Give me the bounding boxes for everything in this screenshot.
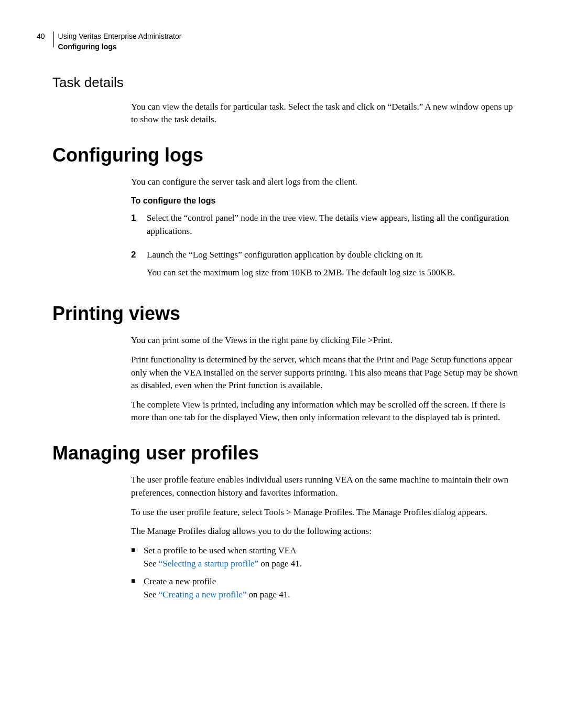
see-prefix: See — [144, 590, 159, 599]
list-item: ■ Create a new profile See “Creating a n… — [131, 575, 519, 601]
profiles-para3: The Manage Profiles dialog allows you to… — [131, 525, 519, 538]
step-text: Launch the “Log Settings” configuration … — [147, 249, 519, 262]
header-divider — [53, 31, 54, 47]
configuring-logs-intro: You can configure the server task and al… — [131, 176, 519, 189]
to-configure-label: To configure the logs — [131, 195, 519, 207]
configuring-logs-body: You can configure the server task and al… — [131, 176, 519, 285]
page-number: 40 — [37, 31, 45, 42]
step-item: 1 Select the “control panel” node in the… — [131, 212, 519, 243]
bullet-line1: Set a profile to be used when starting V… — [144, 545, 296, 555]
bullet-icon: ■ — [131, 544, 144, 570]
profiles-para2: To use the user profile feature, select … — [131, 506, 519, 519]
see-prefix: See — [144, 559, 159, 569]
bullet-line1: Create a new profile — [144, 576, 216, 586]
configuring-logs-heading: Configuring logs — [52, 142, 519, 168]
printing-views-heading: Printing views — [52, 301, 519, 327]
link-selecting-startup-profile[interactable]: “Selecting a startup profile” — [159, 559, 258, 569]
task-details-para: You can view the details for particular … — [131, 101, 519, 126]
step-text: Select the “control panel” node in the t… — [147, 212, 519, 238]
printing-views-body: You can print some of the Views in the r… — [131, 334, 519, 424]
bullet-icon: ■ — [131, 575, 144, 601]
header-chapter: Using Veritas Enterprise Administrator — [58, 31, 182, 42]
managing-profiles-body: The user profile feature enables individ… — [131, 474, 519, 601]
bullet-body: Create a new profile See “Creating a new… — [144, 575, 519, 601]
profiles-bullet-list: ■ Set a profile to be used when starting… — [131, 544, 519, 602]
list-item: ■ Set a profile to be used when starting… — [131, 544, 519, 570]
printing-para3: The complete View is printed, including … — [131, 399, 519, 424]
page-header: 40 Using Veritas Enterprise Administrato… — [37, 31, 519, 52]
step-body: Launch the “Log Settings” configuration … — [147, 249, 519, 285]
task-details-heading: Task details — [52, 73, 519, 92]
header-section: Configuring logs — [58, 42, 182, 52]
step-number: 1 — [131, 212, 147, 243]
profiles-para1: The user profile feature enables individ… — [131, 474, 519, 499]
link-creating-new-profile[interactable]: “Creating a new profile” — [159, 590, 247, 599]
managing-profiles-heading: Managing user profiles — [52, 440, 519, 466]
step-number: 2 — [131, 249, 147, 285]
see-suffix: on page 41. — [258, 559, 302, 569]
see-suffix: on page 41. — [246, 590, 290, 599]
printing-para1: You can print some of the Views in the r… — [131, 334, 519, 347]
step-item: 2 Launch the “Log Settings” configuratio… — [131, 249, 519, 285]
bullet-body: Set a profile to be used when starting V… — [144, 544, 519, 570]
configure-steps-list: 1 Select the “control panel” node in the… — [131, 212, 519, 285]
task-details-body: You can view the details for particular … — [131, 101, 519, 126]
printing-para2: Print functionality is determined by the… — [131, 354, 519, 392]
header-text-block: Using Veritas Enterprise Administrator C… — [58, 31, 182, 52]
step-body: Select the “control panel” node in the t… — [147, 212, 519, 243]
step-after-text: You can set the maximum log size from 10… — [147, 266, 519, 280]
